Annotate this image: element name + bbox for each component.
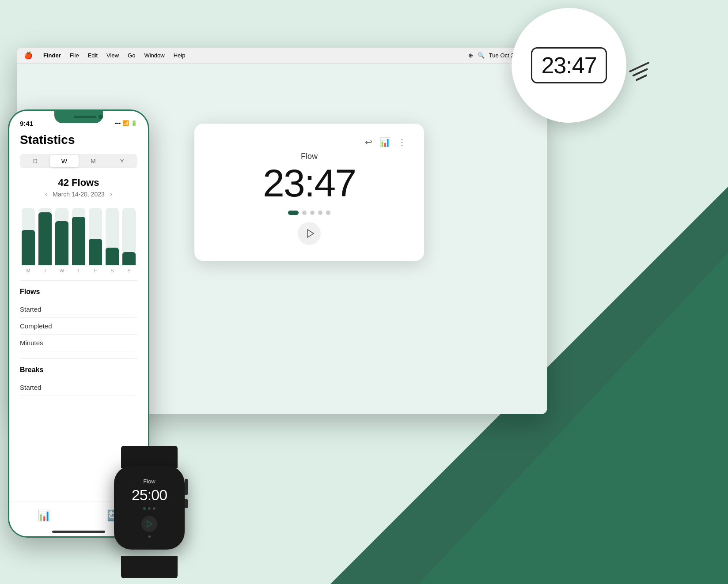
magnifier-time: 23:47 xyxy=(531,47,607,83)
chart-bar xyxy=(89,239,102,265)
timer-dots xyxy=(212,211,406,215)
watch-time: 25:00 xyxy=(132,486,167,504)
chart-bar-group: W xyxy=(55,207,68,273)
chart-label: T xyxy=(44,268,47,273)
menu-file[interactable]: File xyxy=(70,52,79,59)
chart-bar-group: S xyxy=(122,207,136,273)
timer-dot-1 xyxy=(288,211,299,215)
home-indicator xyxy=(52,531,105,533)
menu-window[interactable]: Window xyxy=(144,52,164,59)
watch-dot-1 xyxy=(143,507,146,510)
chart-bar xyxy=(106,248,119,265)
iphone-notch xyxy=(54,111,103,123)
menu-view[interactable]: View xyxy=(106,52,119,59)
chart-bar-group: M xyxy=(22,207,35,273)
chart-bar-group: F xyxy=(89,207,102,273)
tab-year[interactable]: Y xyxy=(108,155,137,167)
chart-bar-group: T xyxy=(38,207,52,273)
menu-help[interactable]: Help xyxy=(174,52,186,59)
chart-label: S xyxy=(127,268,130,273)
bar-chart: MTWTFSS xyxy=(20,207,137,273)
timer-time: 23:47 xyxy=(212,163,406,203)
chart-label: T xyxy=(77,268,80,273)
timer-label: Flow xyxy=(212,152,406,161)
menu-go[interactable]: Go xyxy=(128,52,135,59)
chart-label: M xyxy=(26,268,30,273)
chart-bar-group: S xyxy=(106,207,119,273)
chart-label: S xyxy=(110,268,114,273)
watch-band-top xyxy=(121,446,178,468)
timer-stats-icon[interactable]: 📊 xyxy=(379,137,391,147)
watch-band-bottom xyxy=(121,556,178,578)
watch-crown-bottom xyxy=(185,499,188,508)
stat-completed: Completed xyxy=(20,318,137,335)
watch-dots xyxy=(143,507,155,510)
divider-1 xyxy=(20,280,137,281)
iphone-signal-icons: ▪▪▪ 📶 🔋 xyxy=(115,120,137,126)
chart-label: W xyxy=(60,268,64,273)
timer-more-icon[interactable]: ⋮ xyxy=(398,137,406,147)
mac-menubar: 🍎 Finder File Edit View Go Window Help ⊕… xyxy=(17,48,547,64)
iphone-period-tabs: D W M Y xyxy=(20,154,137,168)
timer-dot-3 xyxy=(310,211,315,215)
stat-started: Started xyxy=(20,301,137,318)
watch-play-button[interactable] xyxy=(141,516,157,532)
timer-toolbar: ↩ 📊 ⋮ xyxy=(212,137,406,147)
tab-month[interactable]: M xyxy=(79,155,108,167)
flows-count: 42 Flows xyxy=(20,177,137,188)
chart-bar xyxy=(22,230,35,265)
magnifier-circle: 23:47 xyxy=(512,8,626,123)
timer-dot-4 xyxy=(318,211,322,215)
apple-watch: Flow 25:00 xyxy=(110,466,189,558)
magnifier-decoration xyxy=(628,66,650,79)
timer-play-button[interactable] xyxy=(298,222,321,245)
timer-reset-icon[interactable]: ↩ xyxy=(365,137,372,147)
chart-bar xyxy=(72,217,85,265)
chart-label: F xyxy=(94,268,97,273)
wifi-icon: ⊕ xyxy=(468,52,473,59)
timer-dot-5 xyxy=(326,211,330,215)
apple-menu-icon[interactable]: 🍎 xyxy=(24,51,33,60)
date-range-row: ‹ March 14-20, 2023 › xyxy=(20,190,137,198)
iphone-content: Statistics D W M Y 42 Flows ‹ March 14-2… xyxy=(9,133,148,396)
tab-stats-icon[interactable]: 📊 xyxy=(38,509,51,522)
menu-edit[interactable]: Edit xyxy=(88,52,98,59)
timer-dot-2 xyxy=(302,211,307,215)
menu-finder[interactable]: Finder xyxy=(43,52,61,59)
tab-week[interactable]: W xyxy=(50,155,79,167)
breaks-section-title: Breaks xyxy=(20,366,137,374)
watch-dot-3 xyxy=(153,507,155,510)
stat-minutes: Minutes xyxy=(20,335,137,351)
iphone-page-title: Statistics xyxy=(20,133,137,147)
breaks-started: Started xyxy=(20,379,137,396)
chart-bar xyxy=(38,212,52,265)
watch-dot-2 xyxy=(148,507,151,510)
prev-arrow[interactable]: ‹ xyxy=(45,190,47,198)
watch-bottom-dot xyxy=(148,535,151,538)
iphone-time: 9:41 xyxy=(20,120,33,127)
next-arrow[interactable]: › xyxy=(110,190,112,198)
divider-2 xyxy=(20,358,137,359)
flows-section-title: Flows xyxy=(20,288,137,296)
chart-bar xyxy=(122,252,136,265)
watch-body: Flow 25:00 xyxy=(114,466,185,550)
timer-widget: ↩ 📊 ⋮ Flow 23:47 xyxy=(194,124,424,261)
watch-crown-top xyxy=(185,479,188,495)
chart-bar-group: T xyxy=(72,207,85,273)
date-range-text: March 14-20, 2023 xyxy=(53,191,105,198)
chart-bar xyxy=(55,221,68,265)
search-icon[interactable]: 🔍 xyxy=(478,52,485,59)
watch-label: Flow xyxy=(143,478,155,485)
tab-day[interactable]: D xyxy=(21,155,50,167)
